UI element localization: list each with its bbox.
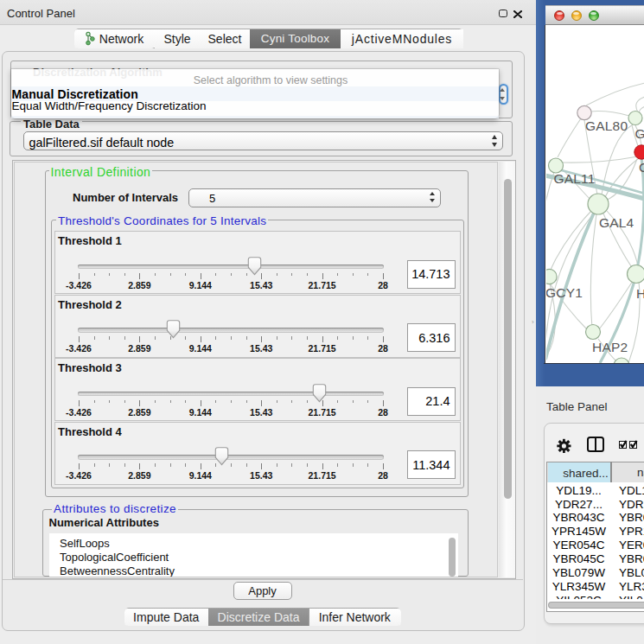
svg-text:C: C <box>639 160 644 175</box>
svg-text:HAP2: HAP2 <box>592 340 628 354</box>
svg-text:GCY1: GCY1 <box>546 285 583 300</box>
svg-text:GAL: GAL <box>635 126 644 141</box>
svg-text:GAL11: GAL11 <box>554 171 596 186</box>
svg-text:GAL4: GAL4 <box>599 215 634 230</box>
svg-text:GAL80: GAL80 <box>585 118 628 133</box>
svg-text:HIS: HIS <box>636 286 644 301</box>
